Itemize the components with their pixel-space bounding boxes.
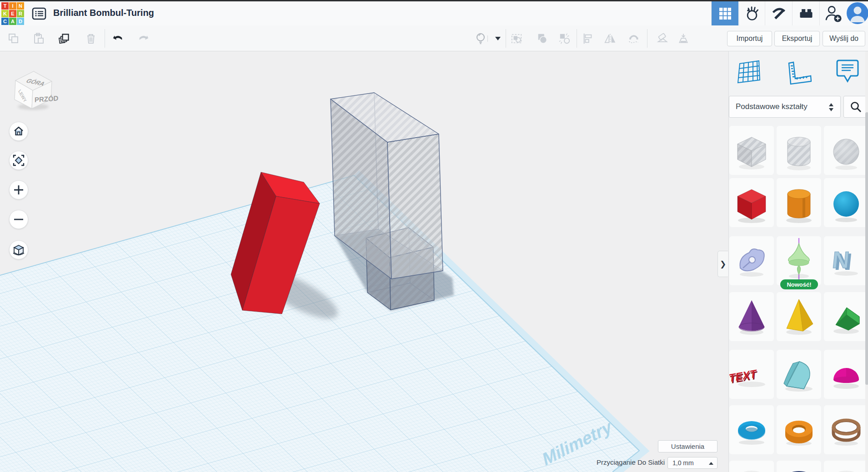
perspective-cube-icon [13,244,25,256]
undo-button[interactable] [112,33,124,45]
group-button[interactable] [537,33,548,45]
home-view-button[interactable] [9,122,28,141]
dashboard-grid-button[interactable] [711,1,738,25]
shape-item-cone[interactable] [729,292,774,341]
scene-3d: Milimetry [0,51,728,472]
zoom-in-button[interactable] [9,180,28,199]
plus-icon [13,184,24,195]
design-menu-icon[interactable] [32,7,46,22]
bricks-button[interactable] [792,1,819,25]
logo-tile: K [1,10,9,17]
shape-category-value: Podstawowe kształty [736,102,808,111]
shape-item-box[interactable] [729,178,774,227]
shape-item-cylinder[interactable] [777,178,821,227]
shape-item-spinning-top[interactable] [777,236,821,285]
shape-item-pyramid[interactable] [777,292,821,341]
workplane-helper-button[interactable] [736,59,762,87]
shape-item-sphere[interactable] [824,178,868,227]
fit-view-button[interactable] [9,151,28,170]
tinkercad-logo[interactable]: T I N K E R C A D [1,2,25,26]
logo-tile: I [9,2,16,10]
shape-item-roof[interactable] [824,292,868,341]
search-shapes-button[interactable] [843,96,868,118]
zoom-out-button[interactable] [9,210,28,229]
view-cube-front-label: PRZÓD [35,94,58,104]
toolbar-divider [647,29,647,48]
user-avatar[interactable] [847,2,868,24]
notes-helper-button[interactable] [835,59,860,87]
toolbar-divider [105,29,105,48]
snap-magnet-button[interactable] [627,33,639,45]
viewport-3d[interactable]: Milimetry [0,51,728,472]
design-title[interactable]: Brilliant Bombul-Turing [53,8,154,18]
logo-tile: D [17,18,24,25]
place-view-button[interactable] [677,33,689,45]
workplane-tool-icon [657,32,668,45]
shape-item-partial-2[interactable] [777,461,821,472]
logo-tile: C [1,18,9,25]
cylinder-transparent-icon [777,126,821,175]
magnet-icon [627,32,639,45]
shape-item-ring[interactable] [824,405,868,454]
snap-grid-value: 1,0 mm [672,459,694,467]
snap-grid-select[interactable]: 1,0 mm [667,457,717,469]
shape-item-partial-1[interactable] [729,461,774,472]
shape-item-box-transparent[interactable] [729,126,774,175]
light-dropdown-caret[interactable] [492,33,504,45]
paste-button[interactable] [33,33,45,45]
ring-icon [824,405,868,454]
perspective-toggle-button[interactable] [9,240,28,259]
send-to-button[interactable]: Wyślij do [823,31,865,46]
shape-item-tube[interactable] [777,405,821,454]
ruler-icon [786,61,812,85]
shape-item-text[interactable]: TEXT TEXT [729,350,774,399]
logo-tile: N [17,2,24,10]
search-icon [850,101,862,113]
shape-item-torus[interactable] [729,405,774,454]
letters-shape-icon: N N [824,236,868,285]
snap-grid-label: Przyciąganie Do Siatki [518,458,665,466]
person-add-icon [825,5,842,23]
panel-collapse-button[interactable]: ❯ [717,251,728,277]
caret-down-icon [494,36,502,41]
workplane-tool-button[interactable] [657,33,668,45]
workplane-grid[interactable] [0,175,639,472]
shape-item-half-cylinder[interactable] [777,350,821,399]
group-icon [537,32,548,45]
invite-button[interactable] [819,1,847,25]
partial-shape-icon [777,461,821,472]
minecraft-button[interactable] [765,1,792,25]
ungroup-button[interactable] [559,33,571,45]
box-icon [729,178,774,227]
copy-icon [8,33,20,45]
logo-tile: T [1,2,9,10]
logo-tile: E [9,10,16,17]
export-button[interactable]: Eksportuj [774,31,820,46]
workplane-light-button[interactable] [475,33,487,45]
shape-category-select[interactable]: Podstawowe kształty [729,96,841,118]
align-button[interactable] [582,33,594,45]
shape-item-sphere-transparent[interactable] [824,126,868,175]
select-all-button[interactable] [511,33,523,45]
paste-icon [33,33,45,45]
delete-button[interactable] [85,33,97,45]
mirror-button[interactable] [604,33,616,45]
ruler-helper-button[interactable] [786,61,812,87]
view-cube[interactable]: GÓRA PRZÓD LEWY [8,61,58,114]
shape-item-letters[interactable]: N N [824,236,868,285]
panel-scrollbar-thumb[interactable] [865,112,868,385]
spinning-top-icon [777,236,821,285]
shape-item-cylinder-transparent[interactable] [777,126,821,175]
settings-button[interactable]: Ustawienia [658,440,717,452]
copy-button[interactable] [8,33,20,45]
duplicate-button[interactable] [58,33,70,45]
redo-button[interactable] [138,33,150,45]
brick-icon [798,5,814,22]
import-button[interactable]: Importuj [727,31,772,46]
shape-item-hemisphere[interactable] [824,350,868,399]
tinker-button[interactable] [739,1,765,25]
scribble-icon [729,236,774,285]
sphere-icon [824,178,868,227]
shape-item-partial-3[interactable] [824,461,868,472]
shape-item-scribble[interactable] [729,236,774,285]
